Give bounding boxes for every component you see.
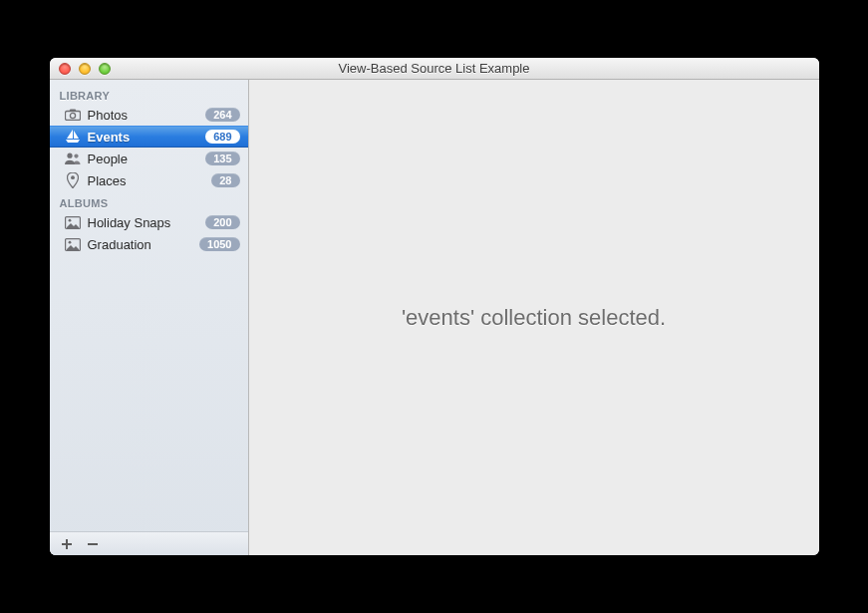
svg-rect-1 xyxy=(70,110,76,113)
people-icon xyxy=(64,151,82,166)
window-title: View-Based Source List Example xyxy=(50,61,819,76)
svg-point-3 xyxy=(67,153,72,158)
svg-point-5 xyxy=(71,175,75,179)
sidebar-item-graduation[interactable]: Graduation1050 xyxy=(50,233,248,255)
svg-point-9 xyxy=(68,240,71,243)
group-header: LIBRARY xyxy=(50,84,248,104)
traffic-lights xyxy=(50,63,111,75)
sidebar-footer xyxy=(50,531,248,555)
zoom-button[interactable] xyxy=(99,63,111,75)
sidebar-item-label: Places xyxy=(88,173,206,188)
count-badge: 200 xyxy=(205,215,239,229)
pin-icon xyxy=(64,172,82,188)
sailboat-icon xyxy=(64,129,82,145)
sidebar-item-places[interactable]: Places28 xyxy=(50,169,248,191)
minimize-button[interactable] xyxy=(79,63,91,75)
window-body: LIBRARYPhotos264Events689People135Places… xyxy=(50,80,819,555)
sidebar: LIBRARYPhotos264Events689People135Places… xyxy=(50,80,249,555)
count-badge: 28 xyxy=(211,173,239,187)
sidebar-item-label: Events xyxy=(88,130,200,145)
count-badge: 1050 xyxy=(199,237,239,251)
count-badge: 264 xyxy=(205,108,239,122)
content-message: 'events' collection selected. xyxy=(402,305,666,331)
close-button[interactable] xyxy=(59,63,71,75)
svg-rect-10 xyxy=(88,543,98,545)
remove-button[interactable] xyxy=(86,537,100,551)
app-window: View-Based Source List Example LIBRARYPh… xyxy=(50,58,819,555)
sidebar-item-label: People xyxy=(88,152,200,166)
count-badge: 689 xyxy=(205,130,239,144)
sidebar-item-events[interactable]: Events689 xyxy=(50,126,248,148)
sidebar-item-people[interactable]: People135 xyxy=(50,148,248,169)
titlebar[interactable]: View-Based Source List Example xyxy=(50,58,819,80)
group-header: ALBUMS xyxy=(50,191,248,211)
sidebar-item-holiday-snaps[interactable]: Holiday Snaps200 xyxy=(50,211,248,233)
add-button[interactable] xyxy=(60,537,74,551)
svg-point-2 xyxy=(70,113,75,118)
sidebar-item-label: Graduation xyxy=(88,237,194,252)
sidebar-item-label: Holiday Snaps xyxy=(88,215,200,230)
count-badge: 135 xyxy=(205,152,239,165)
picture-icon xyxy=(64,236,82,252)
camera-icon xyxy=(64,107,82,123)
svg-point-7 xyxy=(68,218,71,221)
svg-point-4 xyxy=(74,154,78,158)
sidebar-item-photos[interactable]: Photos264 xyxy=(50,104,248,126)
content-pane: 'events' collection selected. xyxy=(249,80,819,555)
picture-icon xyxy=(64,214,82,230)
source-list[interactable]: LIBRARYPhotos264Events689People135Places… xyxy=(50,80,248,531)
sidebar-item-label: Photos xyxy=(88,108,200,123)
